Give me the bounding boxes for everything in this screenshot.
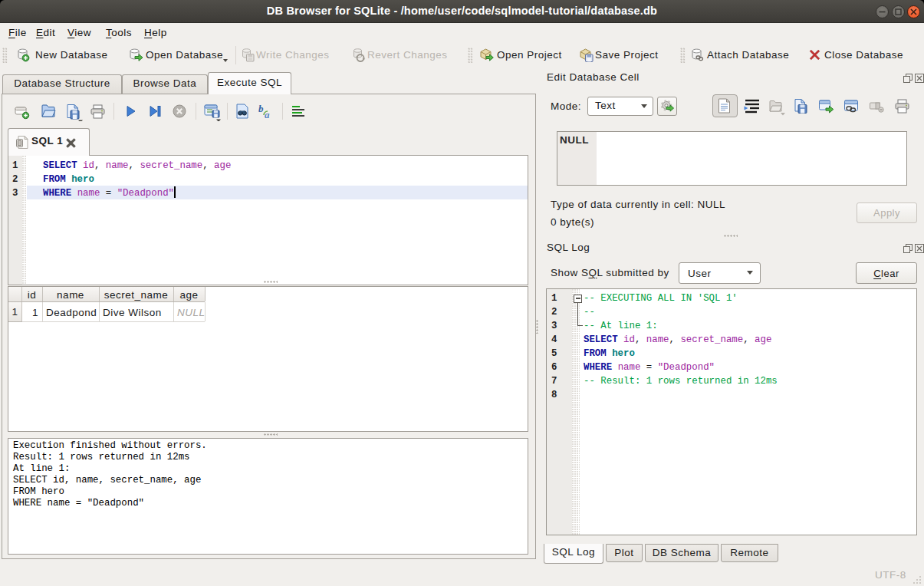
svg-text:b: b [258,103,264,114]
